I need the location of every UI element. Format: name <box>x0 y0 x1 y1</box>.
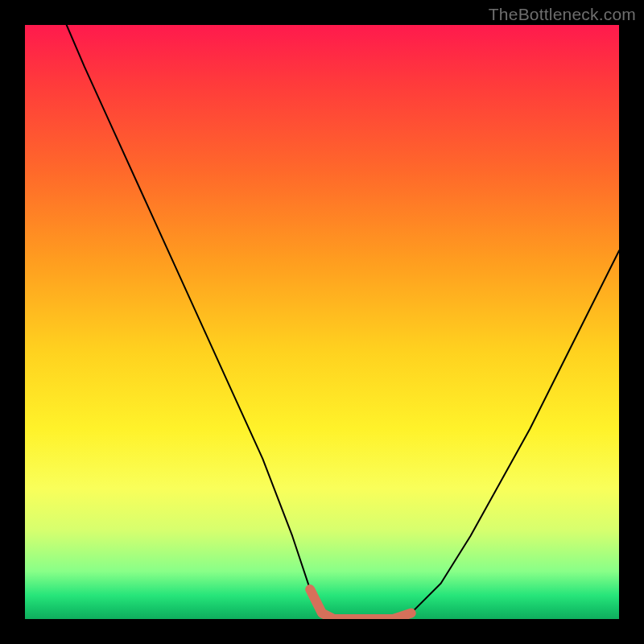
valley-highlight <box>310 589 411 619</box>
chart-frame: TheBottleneck.com <box>0 0 644 644</box>
chart-svg <box>25 25 619 619</box>
watermark-text: TheBottleneck.com <box>489 5 636 24</box>
plot-area <box>25 25 619 619</box>
main-curve <box>67 25 619 619</box>
